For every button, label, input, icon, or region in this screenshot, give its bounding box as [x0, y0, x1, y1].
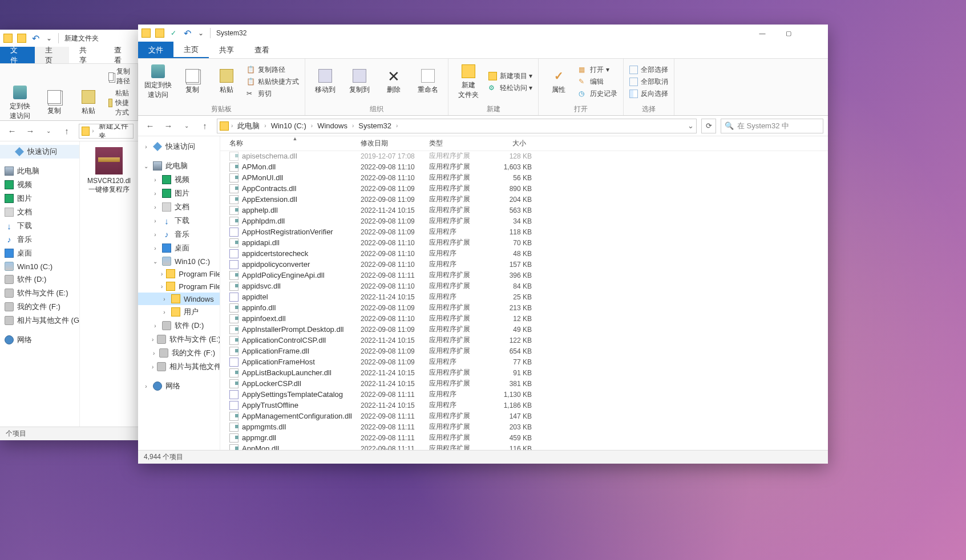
back-button[interactable]: ← — [143, 119, 157, 133]
tree-videos[interactable]: 视频 — [0, 178, 79, 192]
list-item[interactable]: MSVCR120.dl 一键修复程序 — [86, 147, 132, 194]
breadcrumb-c[interactable]: Win10 (C:) — [269, 121, 309, 130]
tree-program-files-x86[interactable]: ›Program Files (x — [138, 280, 220, 293]
file-list[interactable]: apisetschema.dll2019-12-07 17:08应用程序扩展12… — [220, 151, 828, 450]
table-row[interactable]: appmgr.dll2022-09-08 11:11应用程序扩展459 KB — [220, 432, 828, 443]
title-bar[interactable]: ↶ ⌄ 新建文件夹 — [0, 30, 138, 47]
tab-home[interactable]: 主页 — [35, 47, 70, 63]
tree-drive-e[interactable]: 软件与文件 (E:) — [0, 286, 79, 300]
forward-button[interactable]: → — [161, 119, 176, 133]
tree-quick-access[interactable]: 快速访问 — [0, 145, 79, 159]
copy-to-button[interactable]: 复制到 — [345, 69, 374, 95]
select-none-button[interactable]: 全部取消 — [629, 77, 668, 87]
select-all-button[interactable]: 全部选择 — [629, 65, 668, 75]
rename-button[interactable]: 重命名 — [414, 69, 442, 95]
tree-desktop[interactable]: 桌面 — [0, 246, 79, 260]
table-row[interactable]: appidtel2022-11-24 10:15应用程序25 KB — [220, 291, 828, 302]
chevron-right-icon[interactable]: › — [309, 123, 315, 129]
copy-path-button[interactable]: 复制路径 — [108, 67, 132, 86]
tree-drive-f[interactable]: 我的文件 (F:) — [0, 300, 79, 314]
table-row[interactable]: APMon.dll2022-09-08 11:10应用程序扩展1,603 KB — [220, 161, 828, 172]
properties-button[interactable]: ✓属性 — [544, 69, 573, 95]
table-row[interactable]: ApplicationFrameHost2022-09-08 11:09应用程序… — [220, 356, 828, 367]
paste-button[interactable]: 粘贴 — [74, 90, 103, 116]
minimize-button[interactable]: — — [749, 25, 775, 42]
back-button[interactable]: ← — [5, 124, 19, 139]
table-row[interactable]: apisetschema.dll2019-12-07 17:08应用程序扩展12… — [220, 151, 828, 161]
cut-button[interactable]: ✂剪切 — [246, 89, 299, 99]
table-row[interactable]: APMonUI.dll2022-09-08 11:10应用程序扩展56 KB — [220, 172, 828, 183]
tab-share[interactable]: 共享 — [209, 42, 244, 58]
new-folder-button[interactable]: 新建 文件夹 — [454, 64, 483, 100]
tree-program-files[interactable]: ›Program Files — [138, 267, 220, 280]
chevron-right-icon[interactable]: › — [394, 123, 400, 129]
qat-folder-icon[interactable] — [16, 33, 27, 44]
maximize-button[interactable]: ▢ — [775, 25, 802, 42]
column-date[interactable]: 修改日期 — [361, 139, 429, 148]
table-row[interactable]: AppContracts.dll2022-09-08 11:09应用程序扩展89… — [220, 183, 828, 194]
edit-button[interactable]: ✎编辑 — [579, 77, 617, 87]
table-row[interactable]: appinfoext.dll2022-09-08 11:10应用程序扩展12 K… — [220, 313, 828, 324]
table-row[interactable]: AppLockerCSP.dll2022-11-24 10:15应用程序扩展38… — [220, 378, 828, 389]
up-button[interactable]: ↑ — [197, 119, 212, 133]
tree-drive-c[interactable]: ⌄Win10 (C:) — [138, 255, 220, 267]
table-row[interactable]: Apphlpdm.dll2022-09-08 11:09应用程序扩展34 KB — [220, 216, 828, 226]
table-row[interactable]: AppManagementConfiguration.dll2022-09-08… — [220, 411, 828, 421]
copy-button[interactable]: 复制 — [178, 69, 207, 95]
new-item-button[interactable]: 新建项目 ▾ — [488, 71, 532, 81]
tree-drive-g[interactable]: ›相片与其他文件 (G: — [138, 360, 220, 374]
tree-quick-access[interactable]: ›快速访问 — [138, 140, 220, 153]
table-row[interactable]: appinfo.dll2022-09-08 11:09应用程序扩展213 KB — [220, 302, 828, 313]
copy-path-button[interactable]: 📋复制路径 — [246, 65, 299, 75]
table-row[interactable]: AppIdPolicyEngineApi.dll2022-09-08 11:11… — [220, 270, 828, 281]
refresh-button[interactable]: ⟳ — [701, 119, 716, 133]
up-button[interactable]: ↑ — [59, 124, 74, 139]
table-row[interactable]: AppListBackupLauncher.dll2022-11-24 10:1… — [220, 367, 828, 378]
table-row[interactable]: AppInstallerPrompt.Desktop.dll2022-09-08… — [220, 324, 828, 335]
table-row[interactable]: AppHostRegistrationVerifier2022-09-08 11… — [220, 226, 828, 237]
qat-dropdown-icon[interactable]: ⌄ — [43, 33, 55, 44]
move-to-button[interactable]: 移动到 — [311, 69, 339, 95]
tree-documents[interactable]: 文档 — [0, 205, 79, 219]
column-type[interactable]: 类型 — [429, 139, 489, 148]
table-row[interactable]: apphelp.dll2022-11-24 10:15应用程序扩展563 KB — [220, 205, 828, 216]
column-size[interactable]: 大小 — [489, 139, 532, 148]
tree-network[interactable]: ›网络 — [138, 379, 220, 393]
tree-drive-c[interactable]: Win10 (C:) — [0, 260, 79, 273]
tree-network[interactable]: 网络 — [0, 333, 79, 347]
breadcrumb-windows[interactable]: Windows — [315, 121, 350, 130]
address-bar[interactable]: › 此电脑 › Win10 (C:) › Windows › System32 … — [217, 119, 697, 133]
table-row[interactable]: appidapi.dll2022-09-08 11:10应用程序扩展70 KB — [220, 237, 828, 248]
paste-shortcut-button[interactable]: 粘贴快捷方式 — [108, 88, 132, 117]
search-input[interactable]: 🔍 在 System32 中 — [721, 119, 823, 133]
tree-this-pc[interactable]: 此电脑 — [0, 164, 79, 178]
undo-icon[interactable]: ↶ — [30, 33, 41, 44]
tree-drive-g[interactable]: 相片与其他文件 (G: — [0, 314, 79, 327]
paste-shortcut-button[interactable]: 📋粘贴快捷方式 — [246, 77, 299, 87]
qat-check-icon[interactable]: ✓ — [168, 27, 179, 39]
table-row[interactable]: appidcertstorecheck2022-09-08 11:10应用程序4… — [220, 248, 828, 259]
breadcrumb[interactable]: 新建文件夹 — [96, 124, 133, 139]
table-row[interactable]: ApplicationFrame.dll2022-09-08 11:09应用程序… — [220, 346, 828, 356]
tree-drive-d[interactable]: ›软件 (D:) — [138, 319, 220, 332]
address-bar[interactable]: › 新建文件夹 — [79, 124, 134, 139]
qat-folder-icon[interactable] — [154, 27, 165, 39]
table-row[interactable]: ApplyTrustOffline2022-11-24 10:15应用程序1,1… — [220, 400, 828, 411]
history-button[interactable]: ◷历史记录 — [579, 89, 617, 99]
tree-desktop[interactable]: ›桌面 — [138, 241, 220, 255]
pin-button[interactable]: 定到快 速访问 — [6, 86, 34, 121]
table-row[interactable]: ApplicationControlCSP.dll2022-11-24 10:1… — [220, 335, 828, 346]
paste-button[interactable]: 粘贴 — [212, 69, 241, 95]
table-row[interactable]: appidsvc.dll2022-09-08 11:10应用程序扩展84 KB — [220, 281, 828, 291]
chevron-right-icon[interactable]: › — [229, 123, 235, 129]
qat-dropdown-icon[interactable]: ⌄ — [195, 27, 207, 39]
address-dropdown-icon[interactable]: ⌄ — [685, 121, 696, 130]
tree-documents[interactable]: ›文档 — [138, 200, 220, 214]
copy-button[interactable]: 复制 — [40, 90, 68, 116]
close-button[interactable] — [802, 25, 828, 42]
tab-share[interactable]: 共享 — [69, 47, 104, 63]
table-row[interactable]: AppMon.dll2022-09-08 11:11应用程序扩展116 KB — [220, 443, 828, 450]
pin-button[interactable]: 固定到快 速访问 — [144, 64, 172, 100]
delete-button[interactable]: ✕删除 — [379, 69, 408, 95]
undo-icon[interactable]: ↶ — [181, 27, 193, 39]
